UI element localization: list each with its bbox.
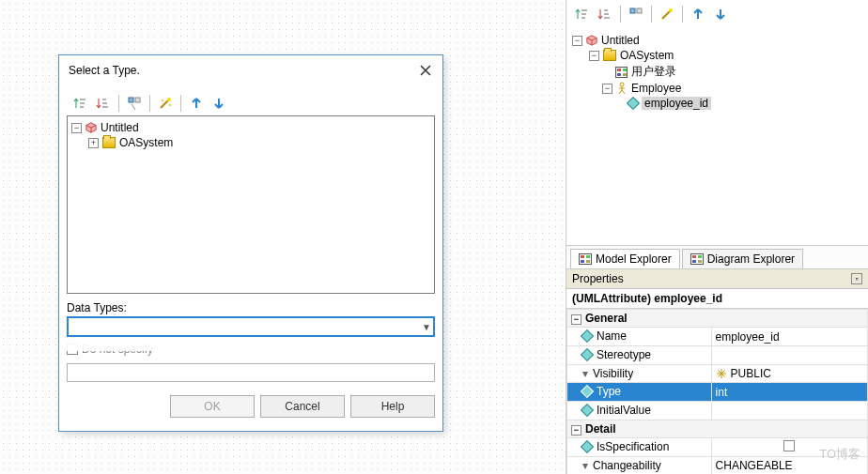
prop-row-name[interactable]: Name employee_id — [567, 328, 868, 346]
svg-point-8 — [620, 83, 624, 86]
tree-label: Employee — [631, 82, 681, 95]
chevron-down-icon: ▼ — [422, 322, 431, 332]
tree-node-pkg[interactable]: + OASystem — [70, 135, 432, 150]
svg-point-4 — [169, 104, 171, 106]
attribute-icon — [627, 97, 640, 110]
down-arrow-icon[interactable] — [209, 93, 229, 114]
prop-row-type[interactable]: Type int — [567, 383, 868, 402]
pin-icon[interactable]: ▫ — [851, 273, 862, 284]
sort-desc-icon[interactable] — [595, 4, 615, 24]
tree-label: employee_id — [642, 97, 711, 110]
package-icon — [102, 137, 116, 148]
sort-asc-icon[interactable] — [70, 93, 91, 114]
model-explorer-tree[interactable]: − Untitled − OASystem 用户登录 − Employee em… — [566, 29, 868, 245]
tree-label: OASystem — [620, 49, 674, 62]
up-arrow-icon[interactable] — [688, 4, 708, 24]
svg-rect-0 — [129, 98, 133, 102]
wand-icon[interactable] — [657, 4, 677, 24]
diagram-icon — [615, 67, 628, 78]
package-icon — [603, 50, 616, 61]
tree-label: 用户登录 — [631, 64, 676, 80]
tab-icon — [690, 253, 704, 265]
expand-icon[interactable]: + — [88, 138, 99, 148]
tree-node-root[interactable]: − Untitled — [570, 33, 864, 48]
prop-row-visibility[interactable]: ▾Visibility PUBLIC — [567, 365, 868, 383]
close-icon[interactable] — [418, 63, 433, 78]
dialog-title: Select a Type. — [69, 64, 140, 77]
tab-diagram-explorer[interactable]: Diagram Explorer — [682, 249, 803, 268]
properties-title: (UMLAttribute) employee_id — [566, 289, 868, 309]
svg-point-7 — [669, 8, 673, 12]
help-button[interactable]: Help — [350, 395, 435, 418]
prop-row-initial[interactable]: InitialValue — [567, 402, 868, 420]
tree-node-actor[interactable]: − Employee — [570, 81, 864, 96]
up-arrow-icon[interactable] — [186, 93, 207, 114]
type-tree[interactable]: − Untitled + OASystem — [67, 115, 435, 294]
actor-icon — [616, 82, 628, 95]
path-display — [67, 363, 435, 382]
collapse-icon[interactable]: − — [602, 84, 612, 94]
data-types-combo[interactable]: ▼ — [67, 316, 435, 337]
prop-row-stereotype[interactable]: Stereotype — [567, 346, 868, 365]
tab-model-explorer[interactable]: Model Explorer — [570, 249, 680, 268]
collapse-icon[interactable]: − — [589, 51, 599, 61]
wand-icon[interactable] — [155, 93, 176, 114]
explorer-tabs: Model Explorer Diagram Explorer — [566, 245, 868, 269]
right-panel: − Untitled − OASystem 用户登录 − Employee em… — [566, 0, 868, 474]
properties-header: Properties ▫ — [566, 269, 868, 289]
svg-point-2 — [167, 98, 171, 101]
properties-grid: −General Name employee_id Stereotype ▾Vi… — [566, 309, 868, 474]
svg-point-3 — [162, 99, 163, 101]
svg-rect-6 — [637, 8, 642, 13]
data-types-label: Data Types: — [67, 301, 435, 314]
tree-label: Untitled — [101, 121, 139, 134]
tree-node-pkg[interactable]: − OASystem — [570, 48, 864, 63]
checkbox[interactable] — [783, 440, 795, 451]
sort-asc-icon[interactable] — [572, 4, 593, 24]
prop-group-general[interactable]: −General — [567, 310, 868, 328]
select-type-dialog: Select a Type. − Untitled + — [58, 54, 443, 432]
tree-node-root[interactable]: − Untitled — [70, 120, 432, 135]
down-arrow-icon[interactable] — [710, 4, 731, 24]
prop-row-isspec[interactable]: IsSpecification — [567, 438, 868, 457]
collapse-icon[interactable]: − — [572, 36, 582, 46]
model-icon — [586, 35, 597, 46]
ok-button[interactable]: OK — [170, 395, 255, 418]
prop-group-detail[interactable]: −Detail — [567, 420, 868, 438]
model-icon — [85, 122, 97, 133]
filter-icon[interactable] — [626, 4, 646, 24]
tab-icon — [579, 253, 592, 265]
tree-node-diagram[interactable]: 用户登录 — [570, 63, 864, 81]
tree-node-attr[interactable]: employee_id — [570, 96, 864, 111]
explorer-toolbar — [566, 0, 868, 29]
tree-label: Untitled — [601, 34, 640, 47]
dialog-toolbar — [67, 91, 435, 115]
prop-row-changeability[interactable]: ▾Changeability CHANGEABLE — [567, 457, 868, 475]
svg-rect-1 — [135, 98, 140, 102]
tree-label: OASystem — [119, 136, 173, 149]
svg-rect-5 — [630, 8, 635, 13]
public-icon — [716, 368, 727, 379]
sort-desc-icon[interactable] — [93, 93, 114, 114]
collapse-icon[interactable]: − — [71, 123, 82, 133]
cancel-button[interactable]: Cancel — [260, 395, 345, 418]
filter-icon[interactable] — [124, 93, 145, 114]
do-not-specify-checkbox[interactable]: Do not specify — [67, 343, 435, 356]
